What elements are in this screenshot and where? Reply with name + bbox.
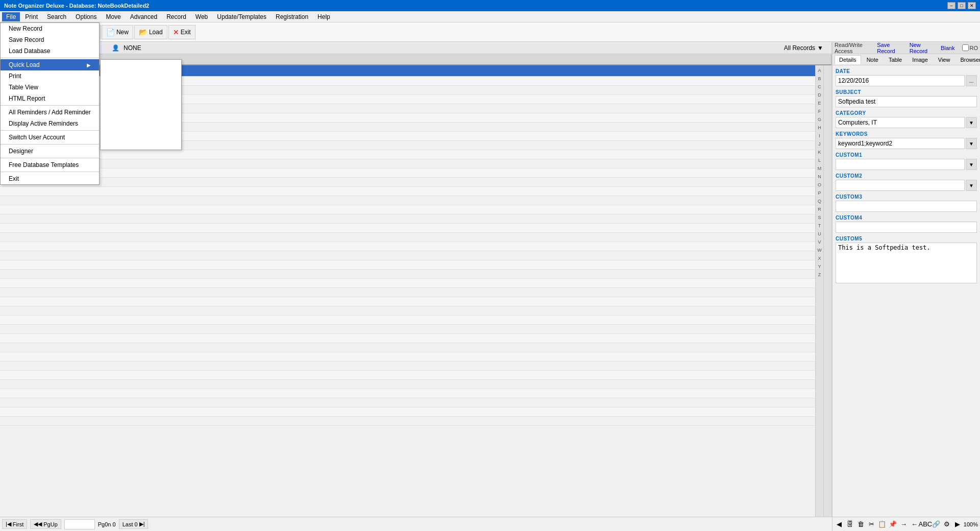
records-scrollbar[interactable] <box>823 65 831 517</box>
minimize-button[interactable]: – <box>947 2 955 9</box>
ro-checkbox[interactable] <box>962 44 969 51</box>
alpha-k[interactable]: K <box>816 148 823 156</box>
table-row[interactable] <box>0 380 815 389</box>
menu-advanced[interactable]: Advanced <box>126 12 161 21</box>
table-row[interactable] <box>0 242 815 251</box>
table-row[interactable] <box>0 214 815 224</box>
alpha-h[interactable]: H <box>816 124 823 132</box>
menu-item-html-report[interactable]: HTML Report <box>1 93 99 104</box>
table-row[interactable] <box>0 407 815 417</box>
menu-item-save-record[interactable]: Save Record <box>1 34 99 45</box>
table-row[interactable] <box>0 233 815 242</box>
db-icon[interactable]: 🗄 <box>845 519 855 529</box>
custom1-dropdown-button[interactable]: ▼ <box>966 159 977 170</box>
submenu-notebookdetailed2[interactable]: NoteBookDetailed2 <box>101 116 181 127</box>
alpha-p[interactable]: P <box>816 189 823 197</box>
menu-options[interactable]: Options <box>71 12 101 21</box>
tab-image[interactable]: Image <box>908 55 933 64</box>
subject-input[interactable] <box>836 96 977 107</box>
arrow-left-icon[interactable]: ← <box>910 519 919 529</box>
custom5-textarea[interactable]: This is a Softpedia test. <box>836 243 977 283</box>
table-row[interactable] <box>0 352 815 361</box>
tab-note[interactable]: Note <box>862 55 883 64</box>
copy-icon[interactable]: 📋 <box>877 519 887 529</box>
table-row[interactable] <box>0 297 815 306</box>
submenu-notebookdetailed1[interactable]: NoteBookDetailed1 <box>101 105 181 116</box>
table-row[interactable] <box>0 306 815 316</box>
tab-browser[interactable]: Browser <box>955 55 980 64</box>
table-row[interactable] <box>0 251 815 260</box>
menu-item-table-view[interactable]: Table View <box>1 82 99 93</box>
alpha-d[interactable]: D <box>816 91 823 99</box>
menu-print[interactable]: Print <box>21 12 42 21</box>
table-row[interactable] <box>0 325 815 334</box>
custom1-input[interactable] <box>836 159 965 170</box>
menu-item-designer[interactable]: Designer <box>1 146 99 157</box>
alpha-n[interactable]: N <box>816 173 823 181</box>
blank-link[interactable]: Blank <box>938 44 958 52</box>
alpha-i[interactable]: I <box>816 132 823 140</box>
submenu-readmefirst[interactable]: _ReadMe1st <box>101 60 181 71</box>
menu-item-print[interactable]: Print <box>1 70 99 82</box>
alpha-c[interactable]: C <box>816 83 823 91</box>
table-row[interactable] <box>0 417 815 426</box>
tab-view[interactable]: View <box>934 55 955 64</box>
alpha-r[interactable]: R <box>816 205 823 213</box>
submenu-notebooksimple3[interactable]: NoteBookSimple3 <box>101 93 181 105</box>
alpha-g[interactable]: G <box>816 115 823 124</box>
table-row[interactable] <box>0 316 815 325</box>
submenu-todobook[interactable]: ToDoBook <box>101 127 181 138</box>
menu-item-switch-user[interactable]: Switch User Account <box>1 132 99 143</box>
trash-icon[interactable]: 🗑 <box>856 519 866 529</box>
alpha-t[interactable]: T <box>816 222 823 230</box>
settings-icon[interactable]: ⚙ <box>942 519 952 529</box>
submenu-journalbook[interactable]: JournalBook <box>101 138 181 150</box>
alpha-f[interactable]: F <box>816 107 823 115</box>
table-row[interactable] <box>0 159 815 168</box>
alpha-a[interactable]: A <box>816 66 823 75</box>
alpha-e[interactable]: E <box>816 99 823 107</box>
custom2-input[interactable] <box>836 180 965 191</box>
paste-icon[interactable]: 📌 <box>888 519 898 529</box>
table-row[interactable] <box>0 371 815 380</box>
maximize-button[interactable]: □ <box>958 2 966 9</box>
menu-record[interactable]: Record <box>162 12 190 21</box>
alpha-q[interactable]: Q <box>816 197 823 205</box>
menu-item-load-database[interactable]: Load Database <box>1 45 99 57</box>
alpha-y[interactable]: Y <box>816 262 823 271</box>
custom2-dropdown-button[interactable]: ▼ <box>966 180 977 191</box>
table-row[interactable] <box>0 361 815 371</box>
table-row[interactable] <box>0 150 815 159</box>
link-icon[interactable]: 🔗 <box>932 519 941 529</box>
table-row[interactable] <box>0 389 815 398</box>
menu-web[interactable]: Web <box>191 12 212 21</box>
new-record-link[interactable]: New Record <box>906 41 936 55</box>
keywords-dropdown-button[interactable]: ▼ <box>966 138 977 149</box>
table-row[interactable] <box>0 270 815 279</box>
view-selector[interactable]: All Records ▼ <box>784 44 827 52</box>
keywords-input[interactable] <box>836 138 965 149</box>
alpha-b[interactable]: B <box>816 75 823 83</box>
custom3-input[interactable] <box>836 201 977 212</box>
alpha-x[interactable]: X <box>816 254 823 262</box>
category-dropdown-button[interactable]: ▼ <box>966 117 977 128</box>
submenu-notebooksimple2[interactable]: NoteBookSimple2 <box>101 82 181 93</box>
menu-search[interactable]: Search <box>43 12 70 21</box>
pgup-button[interactable]: ◀◀ PgUp <box>30 519 61 529</box>
alpha-u[interactable]: U <box>816 230 823 238</box>
table-row[interactable] <box>0 168 815 178</box>
table-row[interactable] <box>0 187 815 196</box>
menu-item-quick-load[interactable]: Quick Load ▶ _ReadMe1st NoteBookSimple1 … <box>1 59 99 70</box>
menu-item-display-reminders[interactable]: Display Active Reminders <box>1 118 99 129</box>
save-record-link[interactable]: Save Record <box>874 41 904 55</box>
menu-registration[interactable]: Registration <box>272 12 312 21</box>
load-button[interactable]: 📂 Load <box>134 25 167 39</box>
page-input[interactable] <box>64 519 95 529</box>
custom4-input[interactable] <box>836 222 977 233</box>
menu-item-all-reminders[interactable]: All Reminders / Add Reminder <box>1 107 99 118</box>
menu-move[interactable]: Move <box>102 12 125 21</box>
table-row[interactable] <box>0 288 815 297</box>
alpha-s[interactable]: S <box>816 213 823 222</box>
last-button[interactable]: Last 0 ▶| <box>119 519 149 529</box>
close-button[interactable]: ✕ <box>968 2 976 9</box>
